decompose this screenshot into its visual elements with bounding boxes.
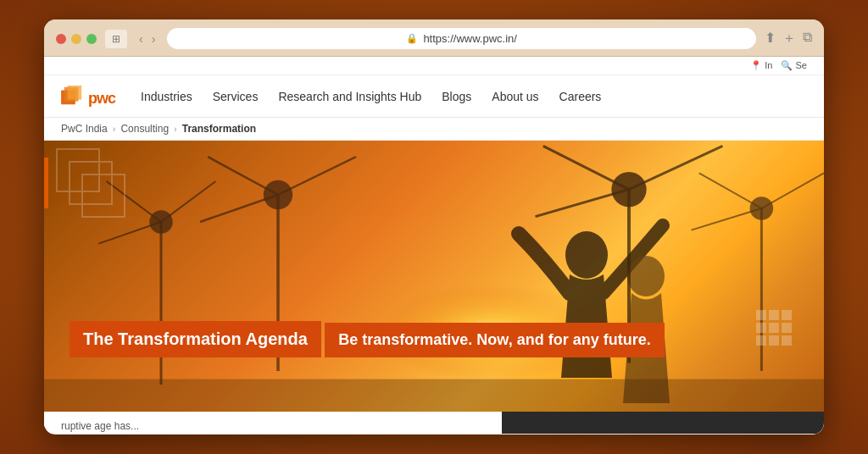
maximize-button[interactable] bbox=[86, 34, 97, 44]
website-content: 📍 In 🔍 Se pwc Industries bbox=[44, 57, 824, 434]
hero-title: The Transformation Agenda bbox=[83, 329, 308, 349]
nav-industries[interactable]: Industries bbox=[141, 90, 192, 103]
nav-blogs[interactable]: Blogs bbox=[442, 90, 471, 103]
svg-point-25 bbox=[565, 231, 608, 279]
svg-point-14 bbox=[264, 180, 292, 209]
address-bar[interactable]: 🔒 https://www.pwc.in/ bbox=[167, 28, 756, 49]
svg-rect-36 bbox=[756, 335, 766, 346]
svg-rect-32 bbox=[782, 310, 792, 320]
top-utility-bar: 📍 In 🔍 Se bbox=[44, 57, 824, 75]
breadcrumb-consulting[interactable]: Consulting bbox=[120, 123, 169, 135]
svg-rect-2 bbox=[68, 86, 82, 100]
tabs-icon[interactable]: ⧉ bbox=[803, 30, 812, 47]
turbines-illustration bbox=[44, 141, 824, 412]
pwc-logo-text: pwc bbox=[88, 91, 115, 106]
url-text: https://www.pwc.in/ bbox=[423, 32, 517, 45]
hero-subtitle: Be transformative. Now, and for any futu… bbox=[338, 331, 650, 349]
bottom-preview: ruptive age has... bbox=[44, 412, 824, 434]
pwc-cube-icon bbox=[61, 86, 85, 108]
lock-icon: 🔒 bbox=[406, 33, 418, 44]
svg-point-19 bbox=[611, 172, 646, 207]
breadcrumb-current: Transformation bbox=[182, 123, 256, 135]
hero-section: The Transformation Agenda Be transformat… bbox=[44, 141, 824, 412]
hero-content: The Transformation Agenda Be transformat… bbox=[70, 321, 665, 361]
nav-links: Industries Services Research and Insight… bbox=[141, 90, 807, 103]
nav-buttons: ‹ › bbox=[136, 30, 159, 47]
browser-chrome: ⊞ ‹ › 🔒 https://www.pwc.in/ ⬆ ＋ ⧉ bbox=[44, 19, 824, 57]
browser-actions: ⬆ ＋ ⧉ bbox=[765, 30, 812, 47]
logo-area[interactable]: pwc bbox=[61, 86, 115, 108]
svg-point-9 bbox=[149, 210, 173, 234]
orange-accent-bar bbox=[44, 158, 48, 208]
svg-rect-33 bbox=[756, 323, 766, 333]
bottom-right-dark bbox=[502, 412, 824, 434]
browser-window: ⊞ ‹ › 🔒 https://www.pwc.in/ ⬆ ＋ ⧉ 📍 In 🔍… bbox=[44, 19, 824, 435]
location-indicator[interactable]: 📍 In bbox=[750, 60, 772, 71]
bottom-preview-text: ruptive age has... bbox=[61, 420, 485, 432]
pwc-logo: pwc bbox=[61, 86, 115, 108]
tab-toggle-icon[interactable]: ⊞ bbox=[105, 30, 127, 48]
svg-rect-37 bbox=[769, 335, 779, 346]
share-icon[interactable]: ⬆ bbox=[765, 30, 776, 47]
back-button[interactable]: ‹ bbox=[136, 30, 147, 47]
forward-button[interactable]: › bbox=[148, 30, 159, 47]
svg-rect-38 bbox=[782, 335, 792, 346]
breadcrumb-sep-1: › bbox=[113, 124, 116, 134]
main-nav: pwc Industries Services Research and Ins… bbox=[44, 75, 824, 118]
svg-rect-35 bbox=[782, 323, 792, 333]
breadcrumb-sep-2: › bbox=[174, 124, 177, 134]
breadcrumb-home[interactable]: PwC India bbox=[61, 123, 108, 135]
svg-rect-34 bbox=[769, 323, 779, 333]
new-tab-icon[interactable]: ＋ bbox=[782, 30, 796, 47]
svg-point-24 bbox=[750, 197, 774, 220]
traffic-lights bbox=[56, 34, 97, 44]
hero-title-box: The Transformation Agenda bbox=[70, 321, 321, 357]
svg-rect-28 bbox=[70, 162, 112, 204]
nav-careers[interactable]: Careers bbox=[559, 90, 602, 103]
hero-subtitle-box: Be transformative. Now, and for any futu… bbox=[325, 323, 664, 357]
svg-point-26 bbox=[627, 256, 665, 296]
search-indicator[interactable]: 🔍 Se bbox=[781, 60, 807, 71]
nav-services[interactable]: Services bbox=[213, 90, 259, 103]
svg-rect-29 bbox=[82, 174, 125, 217]
nav-research[interactable]: Research and Insights Hub bbox=[278, 90, 421, 103]
minimize-button[interactable] bbox=[71, 34, 81, 44]
svg-rect-30 bbox=[756, 310, 766, 320]
svg-rect-31 bbox=[769, 310, 779, 320]
svg-rect-27 bbox=[57, 149, 99, 191]
breadcrumb: PwC India › Consulting › Transformation bbox=[44, 118, 824, 141]
nav-about[interactable]: About us bbox=[492, 90, 538, 103]
close-button[interactable] bbox=[56, 34, 66, 44]
bottom-left-content: ruptive age has... bbox=[44, 412, 502, 434]
